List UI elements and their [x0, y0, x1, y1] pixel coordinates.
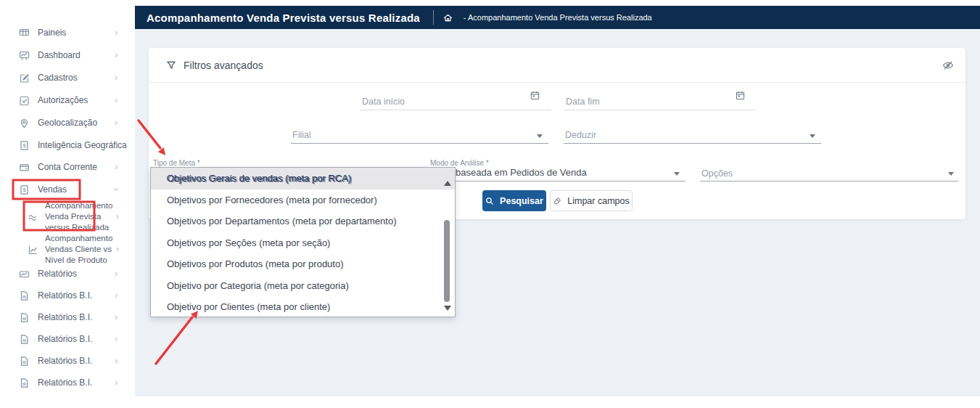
chevron-right-icon: ›: [116, 211, 119, 221]
dropdown-option[interactable]: Objetivo por Categoria (meta por categor…: [151, 275, 455, 297]
document-icon: [19, 356, 30, 367]
chevron-right-icon: ›: [115, 335, 118, 343]
scrollbar-thumb[interactable]: [444, 220, 450, 302]
filters-card-header: Filtros avançados: [149, 48, 965, 83]
page-title: Acompanhamento Venda Prevista versus Rea…: [147, 12, 420, 24]
dropdown-option-selected[interactable]: Objetivos Gerais de vendas (meta por RCA…: [151, 168, 455, 189]
dollar-file-icon: $: [19, 184, 30, 195]
panels-icon: [19, 28, 30, 38]
document-icon: [19, 378, 30, 388]
tipo-de-meta-dropdown: Objetivos Gerais de vendas (meta por RCA…: [150, 167, 456, 317]
sidebar-sub-label-line: Vendas Cliente vs: [45, 244, 112, 255]
top-header-bar: Acompanhamento Venda Prevista versus Rea…: [135, 6, 980, 29]
sidebar-item-inteligencia-geografica[interactable]: $ Inteligência Geográfica ›: [0, 137, 135, 153]
document-icon: [19, 334, 30, 345]
dropdown-option-list: Objetivos Gerais de vendas (meta por RCA…: [151, 168, 455, 318]
sidebar: Paineis › Dashboard › Cadastros › Autori…: [0, 0, 135, 408]
modo-de-analise-value: baseada em Pedidos de Venda: [456, 167, 587, 178]
trend-waves-icon: [28, 212, 38, 223]
dashboard-icon: [19, 50, 30, 61]
deduzir-placeholder: Deduzir: [565, 130, 596, 140]
deduzir-select[interactable]: Deduzir: [564, 124, 821, 144]
sidebar-item-relatorios-bi-1[interactable]: Relatórios B.I. ›: [0, 287, 135, 303]
chevron-right-icon: ›: [115, 142, 118, 149]
dropdown-caret-icon: [674, 172, 680, 176]
chevron-right-icon: ›: [115, 119, 118, 126]
dropdown-option[interactable]: Objetivos por Fornecedores (meta por for…: [151, 189, 455, 211]
sidebar-item-relatorios-bi-5[interactable]: Relatórios B.I. ›: [0, 375, 135, 391]
dollar-file-icon: $: [19, 140, 30, 151]
app-screen: Acompanhamento Venda Prevista versus Rea…: [0, 0, 980, 408]
dropdown-scrollbar[interactable]: [442, 179, 453, 312]
dropdown-option[interactable]: Objetivos por Seções (meta por seção): [151, 232, 455, 254]
chevron-right-icon: ›: [115, 52, 118, 59]
filial-select[interactable]: Filial: [291, 124, 548, 144]
tipo-de-meta-label: Tipo de Meta *: [153, 159, 200, 167]
sidebar-sub-label-line: versus Realizada: [45, 222, 112, 233]
sidebar-item-autorizacoes[interactable]: Autorizações ›: [0, 92, 135, 108]
pesquisar-button[interactable]: Pesquisar: [482, 190, 546, 211]
sidebar-item-cadastros[interactable]: Cadastros ›: [0, 70, 135, 86]
sidebar-sub-label-line: Venda Prevista: [45, 211, 112, 222]
limpar-campos-button[interactable]: Limpar campos: [550, 190, 633, 211]
data-fim-field[interactable]: Data fim: [564, 91, 755, 110]
sidebar-item-acompanhamento-venda-prevista[interactable]: Acompanhamento Venda Prevista versus Rea…: [0, 200, 135, 235]
report-icon: [19, 269, 30, 280]
dropdown-option[interactable]: Objetivos por Departamentos (meta por de…: [151, 211, 455, 232]
document-icon: [19, 312, 30, 323]
header-divider: [433, 10, 434, 25]
svg-text:$: $: [22, 187, 26, 193]
scroll-down-icon[interactable]: [444, 306, 451, 311]
wallet-icon: [19, 162, 30, 173]
chevron-right-icon: ›: [115, 379, 118, 386]
sidebar-item-vendas[interactable]: $ Vendas ›: [0, 181, 135, 197]
calendar-icon[interactable]: [530, 91, 540, 100]
chevron-right-icon: ›: [115, 97, 118, 104]
map-pin-icon: [19, 118, 30, 128]
chevron-right-icon: ›: [116, 243, 119, 254]
sidebar-item-conta-corrente[interactable]: Conta Corrente ›: [0, 159, 135, 175]
data-inicio-field[interactable]: Data início: [361, 91, 551, 110]
chevron-right-icon: ›: [115, 270, 118, 277]
chevron-right-icon: ›: [115, 29, 118, 36]
checkbox-icon: [19, 95, 30, 106]
sidebar-item-geolocalizacao[interactable]: Geolocalização ›: [0, 115, 135, 131]
home-icon[interactable]: [442, 12, 453, 23]
dropdown-caret-icon: [537, 134, 543, 138]
line-chart-icon: [28, 245, 38, 256]
document-icon: [19, 290, 30, 301]
chevron-down-icon: ›: [112, 188, 120, 191]
filial-placeholder: Filial: [292, 130, 311, 140]
filters-title: Filtros avançados: [184, 60, 263, 71]
modo-de-analise-select[interactable]: baseada em Pedidos de Venda: [432, 164, 685, 181]
dropdown-option[interactable]: Objetivo por Clientes (meta por cliente): [151, 296, 455, 318]
search-icon: [485, 197, 494, 205]
data-inicio-placeholder: Data início: [362, 97, 405, 107]
sidebar-item-relatorios[interactable]: Relatórios ›: [0, 266, 135, 282]
opcoes-select[interactable]: Opções: [700, 164, 958, 181]
chevron-right-icon: ›: [115, 314, 118, 321]
sidebar-item-relatorios-bi-2[interactable]: Relatórios B.I. ›: [0, 309, 135, 325]
calendar-icon[interactable]: [736, 91, 745, 100]
sidebar-item-paineis[interactable]: Paineis ›: [0, 25, 135, 41]
scroll-up-icon[interactable]: [444, 181, 451, 186]
sidebar-item-acompanhamento-vendas-cliente[interactable]: Acompanhamento Vendas Cliente vs Nível d…: [0, 233, 135, 268]
data-fim-placeholder: Data fim: [566, 97, 600, 107]
sidebar-sub-label-line: Acompanhamento: [45, 200, 112, 211]
sidebar-item-dashboard[interactable]: Dashboard ›: [0, 47, 135, 63]
svg-text:$: $: [22, 142, 26, 149]
dropdown-caret-icon: [810, 134, 815, 138]
dropdown-caret-icon: [948, 172, 954, 176]
eye-slash-icon[interactable]: [942, 60, 954, 71]
chevron-right-icon: ›: [115, 74, 118, 81]
chevron-right-icon: ›: [115, 163, 118, 171]
sidebar-item-relatorios-bi-4[interactable]: Relatórios B.I. ›: [0, 353, 135, 369]
sidebar-item-relatorios-bi-3[interactable]: Relatórios B.I. ›: [0, 331, 135, 347]
eraser-icon: [553, 197, 561, 205]
chevron-right-icon: ›: [115, 357, 118, 364]
opcoes-placeholder: Opções: [701, 168, 733, 179]
dropdown-option[interactable]: Objetivos por Produtos (meta por produto…: [151, 253, 455, 275]
sidebar-sub-label-line: Nível de Produto: [45, 255, 112, 266]
breadcrumb: - Acompanhamento Venda Prevista versus R…: [464, 13, 652, 22]
sidebar-sub-label-line: Acompanhamento: [45, 233, 112, 244]
